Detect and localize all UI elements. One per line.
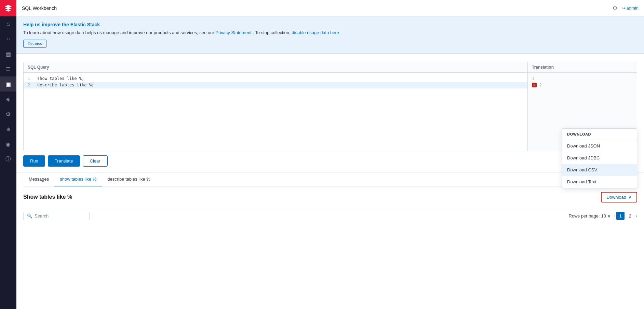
sql-panel: SQL Query 1 show tables like %; 2 descri… (16, 54, 644, 172)
sidebar-item-layers[interactable]: ☰ (0, 61, 16, 76)
action-buttons: Run Translate Clear (23, 155, 637, 167)
dismiss-button[interactable]: Dismiss (23, 40, 46, 48)
results-panel: Messages show tables like % describe tab… (16, 172, 644, 224)
download-jdbc-option[interactable]: Download JDBC (562, 152, 637, 164)
tab-messages[interactable]: Messages (23, 172, 54, 186)
prev-page-button[interactable]: ‹ (614, 213, 615, 219)
result-title: Show tables like % (23, 194, 72, 200)
search-icon: 🔍 (27, 213, 32, 219)
trans-num-1: 1 (532, 75, 534, 82)
line-num-2: 2 (28, 82, 33, 88)
sidebar-item-lock[interactable]: ⊕ (0, 122, 16, 137)
sql-editor-section: SQL Query 1 show tables like %; 2 descri… (24, 62, 527, 151)
pagination: Rows per page: 10 ∨ ‹ 1 2 › (569, 212, 637, 220)
page-numbers: ‹ 1 2 › (614, 212, 637, 220)
page-content: Help us improve the Elastic Stack To lea… (16, 16, 644, 309)
app-logo[interactable] (0, 0, 16, 16)
sidebar-item-search[interactable]: ○ (0, 31, 16, 46)
user-menu[interactable]: ↪ admin (621, 5, 639, 11)
translate-button[interactable]: Translate (48, 155, 80, 167)
run-button[interactable]: Run (23, 155, 45, 167)
chevron-down-icon: ∨ (628, 195, 632, 200)
trans-line-2: ✕ 2 (532, 82, 633, 88)
page-2-button[interactable]: 2 (626, 212, 634, 220)
trans-num-2: 2 (539, 82, 542, 88)
next-page-button[interactable]: › (635, 213, 637, 219)
sql-editor[interactable]: 1 show tables like %; 2 describe tables … (24, 73, 527, 148)
editor-container: SQL Query 1 show tables like %; 2 descri… (23, 62, 637, 151)
trans-line-1: 1 (532, 75, 633, 82)
line-num-1: 1 (28, 75, 33, 82)
sidebar-item-home[interactable]: ⌂ (0, 16, 16, 31)
rows-per-page-value[interactable]: 10 ∨ (601, 213, 611, 219)
search-input[interactable] (35, 213, 86, 219)
sidebar: ⌂ ○ ▦ ☰ ▣ ◈ ⚙ ⊕ ◉ ⓘ (0, 0, 16, 309)
result-header: Show tables like % DOWNLOAD Download JSO… (23, 186, 637, 205)
search-box[interactable]: 🔍 (23, 212, 90, 220)
download-csv-option[interactable]: Download CSV (562, 164, 637, 176)
topbar: SQL Workbench ⚙ ↪ admin (16, 0, 644, 16)
sql-editor-label: SQL Query (24, 62, 527, 73)
download-text-option[interactable]: Download Text (562, 176, 637, 188)
topbar-right: ⚙ ↪ admin (613, 5, 639, 11)
improve-banner: Help us improve the Elastic Stack To lea… (16, 16, 644, 54)
sidebar-item-user[interactable]: ◉ (0, 137, 16, 152)
download-menu-header: DOWNLOAD (562, 129, 637, 140)
exit-icon: ↪ (621, 5, 625, 11)
download-button[interactable]: Download ∨ (601, 192, 637, 202)
sql-line-1: 1 show tables like %; (28, 75, 523, 82)
download-wrapper: DOWNLOAD Download JSON Download JDBC Dow… (601, 192, 637, 202)
sidebar-item-charts[interactable]: ▦ (0, 46, 16, 61)
tab-show-tables[interactable]: show tables like % (54, 172, 102, 186)
download-json-option[interactable]: Download JSON (562, 140, 637, 152)
banner-title: Help us improve the Elastic Stack (23, 22, 637, 27)
rows-per-page: Rows per page: 10 ∨ (569, 213, 611, 219)
sidebar-item-bulb[interactable]: ◈ (0, 92, 16, 107)
sql-line-2: 2 describe tables like %; (24, 82, 527, 88)
gear-icon[interactable]: ⚙ (613, 5, 617, 11)
rows-per-page-label: Rows per page: (569, 213, 600, 219)
line-code-1: show tables like %; (37, 75, 84, 82)
tab-describe-tables[interactable]: describe tables like % (102, 172, 156, 186)
main-content: SQL Workbench ⚙ ↪ admin Help us improve … (16, 0, 644, 309)
download-dropdown: DOWNLOAD Download JSON Download JDBC Dow… (562, 128, 637, 188)
app-title: SQL Workbench (22, 5, 57, 11)
sidebar-item-info[interactable]: ⓘ (0, 152, 16, 167)
privacy-statement-link[interactable]: Privacy Statement (215, 30, 252, 35)
clear-button[interactable]: Clear (83, 155, 108, 167)
table-controls: 🔍 Rows per page: 10 ∨ ‹ 1 2 › (23, 208, 637, 224)
line-code-2: describe tables like %; (37, 82, 94, 88)
banner-text: To learn about how usage data helps us m… (23, 29, 637, 36)
translation-label: Translation (528, 62, 637, 73)
sidebar-item-sql[interactable]: ▣ (0, 76, 16, 92)
page-1-button[interactable]: 1 (616, 212, 625, 220)
result-tabs: Messages show tables like % describe tab… (23, 172, 637, 186)
error-icon-2: ✕ (532, 83, 537, 87)
disable-usage-link[interactable]: disable usage data here (292, 30, 339, 35)
translation-content: 1 ✕ 2 (528, 73, 637, 91)
sidebar-item-settings[interactable]: ⚙ (0, 107, 16, 122)
